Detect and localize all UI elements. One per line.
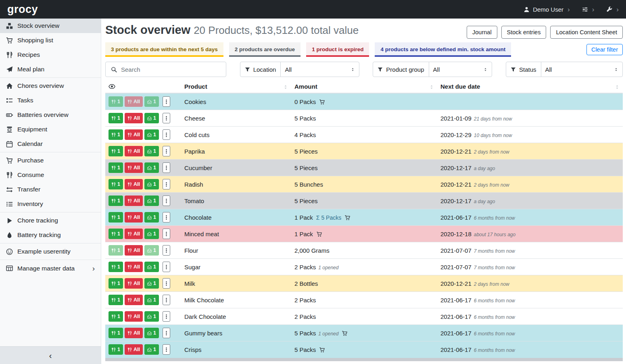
open-one-button[interactable]: 1 [144, 278, 159, 289]
open-one-button[interactable]: 1 [144, 146, 159, 156]
sidebar-item-equipment[interactable]: Equipment [0, 122, 101, 137]
row-menu-button[interactable] [163, 129, 170, 140]
row-menu-button[interactable] [163, 162, 170, 173]
sidebar-item-manage-master-data[interactable]: Manage master data› [0, 261, 101, 276]
consume-all-button[interactable]: All [125, 162, 143, 173]
sidebar-item-shopping-list[interactable]: Shopping list [0, 33, 101, 48]
journal-button[interactable]: Journal [467, 26, 497, 39]
open-one-button[interactable]: 1 [144, 229, 159, 239]
consume-one-button[interactable]: 1 [109, 229, 123, 239]
column-header-amount[interactable]: Amount [291, 80, 437, 93]
status-banner[interactable]: 1 product is expired [306, 42, 369, 57]
location-select[interactable]: All [281, 66, 359, 73]
consume-all-button[interactable]: All [125, 229, 143, 239]
consume-all-button[interactable]: All [125, 96, 143, 107]
consume-all-button[interactable]: All [125, 295, 143, 305]
open-one-button[interactable]: 1 [144, 113, 159, 123]
open-one-button[interactable]: 1 [144, 212, 159, 223]
sidebar-item-consume[interactable]: Consume [0, 168, 101, 182]
consume-one-button[interactable]: 1 [109, 245, 123, 256]
search-input[interactable] [121, 66, 226, 73]
consume-one-button[interactable]: 1 [109, 179, 123, 189]
consume-all-button[interactable]: All [125, 328, 143, 338]
row-menu-button[interactable] [163, 245, 170, 256]
open-one-button[interactable]: 1 [144, 245, 159, 256]
consume-all-button[interactable]: All [125, 212, 143, 223]
open-one-button[interactable]: 1 [144, 96, 159, 107]
consume-one-button[interactable]: 1 [109, 295, 123, 305]
admin-menu[interactable]: › [606, 6, 619, 13]
sidebar-item-inventory[interactable]: Inventory [0, 197, 101, 211]
sidebar-item-chores-overview[interactable]: Chores overview [0, 79, 101, 93]
status-banner[interactable]: 4 products are below defined min. stock … [375, 42, 511, 57]
consume-one-button[interactable]: 1 [109, 278, 123, 289]
row-menu-button[interactable] [163, 328, 170, 338]
consume-all-button[interactable]: All [125, 196, 143, 206]
consume-all-button[interactable]: All [125, 179, 143, 189]
consume-all-button[interactable]: All [125, 146, 143, 156]
consume-one-button[interactable]: 1 [109, 262, 123, 272]
product-group-select[interactable]: All [429, 66, 492, 73]
row-menu-button[interactable] [163, 146, 170, 156]
location-content-sheet-button[interactable]: Location Content Sheet [550, 26, 623, 39]
row-menu-button[interactable] [163, 311, 170, 322]
row-menu-button[interactable] [163, 295, 170, 305]
row-menu-button[interactable] [163, 113, 170, 123]
status-banner[interactable]: 2 products are overdue [229, 42, 300, 57]
consume-one-button[interactable]: 1 [109, 196, 123, 206]
app-logo[interactable]: grocy [7, 3, 38, 16]
sidebar-item-example-userentity[interactable]: Example userentity [0, 244, 101, 259]
row-menu-button[interactable] [163, 229, 170, 239]
consume-all-button[interactable]: All [125, 278, 143, 289]
consume-all-button[interactable]: All [125, 129, 143, 140]
column-header-next-due-date[interactable]: Next due date [437, 80, 623, 93]
row-menu-button[interactable] [163, 344, 170, 355]
consume-one-button[interactable]: 1 [109, 328, 123, 338]
column-header-product[interactable]: Product [181, 80, 291, 93]
sidebar-item-battery-tracking[interactable]: Battery tracking [0, 228, 101, 242]
consume-one-button[interactable]: 1 [109, 212, 123, 223]
consume-all-button[interactable]: All [125, 262, 143, 272]
sidebar-collapse-button[interactable]: ‹ [0, 346, 101, 364]
user-menu[interactable]: Demo User › [524, 6, 570, 13]
consume-one-button[interactable]: 1 [109, 146, 123, 156]
row-menu-button[interactable] [163, 278, 170, 289]
sidebar-item-calendar[interactable]: Calendar [0, 137, 101, 151]
consume-one-button[interactable]: 1 [109, 96, 123, 107]
open-one-button[interactable]: 1 [144, 129, 159, 140]
row-menu-button[interactable] [163, 96, 170, 107]
row-menu-button[interactable] [163, 262, 170, 272]
consume-one-button[interactable]: 1 [109, 113, 123, 123]
status-banner[interactable]: 3 products are due within the next 5 day… [105, 42, 223, 57]
status-select[interactable]: All [541, 66, 622, 73]
sidebar-item-stock-overview[interactable]: Stock overview [0, 19, 101, 33]
open-one-button[interactable]: 1 [144, 162, 159, 173]
row-menu-button[interactable] [163, 212, 170, 223]
sidebar-item-meal-plan[interactable]: Meal plan [0, 62, 101, 77]
clear-filter-button[interactable]: Clear filter [586, 44, 623, 55]
open-one-button[interactable]: 1 [144, 328, 159, 338]
sidebar-item-recipes[interactable]: Recipes [0, 48, 101, 62]
settings-menu[interactable]: › [582, 6, 595, 13]
row-menu-button[interactable] [163, 179, 170, 189]
consume-all-button[interactable]: All [125, 344, 143, 355]
consume-one-button[interactable]: 1 [109, 162, 123, 173]
open-one-button[interactable]: 1 [144, 179, 159, 189]
consume-all-button[interactable]: All [125, 113, 143, 123]
open-one-button[interactable]: 1 [144, 344, 159, 355]
open-one-button[interactable]: 1 [144, 196, 159, 206]
consume-all-button[interactable]: All [125, 245, 143, 256]
open-one-button[interactable]: 1 [144, 311, 159, 322]
consume-one-button[interactable]: 1 [109, 129, 123, 140]
row-menu-button[interactable] [163, 196, 170, 206]
open-one-button[interactable]: 1 [144, 262, 159, 272]
sidebar-item-chore-tracking[interactable]: Chore tracking [0, 213, 101, 228]
sidebar-item-tasks[interactable]: Tasks [0, 93, 101, 108]
sidebar-item-batteries-overview[interactable]: Batteries overview [0, 108, 101, 122]
sidebar-item-transfer[interactable]: Transfer [0, 182, 101, 197]
stock-entries-button[interactable]: Stock entries [501, 26, 547, 39]
consume-one-button[interactable]: 1 [109, 311, 123, 322]
consume-all-button[interactable]: All [125, 311, 143, 322]
open-one-button[interactable]: 1 [144, 295, 159, 305]
sidebar-item-purchase[interactable]: Purchase [0, 153, 101, 168]
